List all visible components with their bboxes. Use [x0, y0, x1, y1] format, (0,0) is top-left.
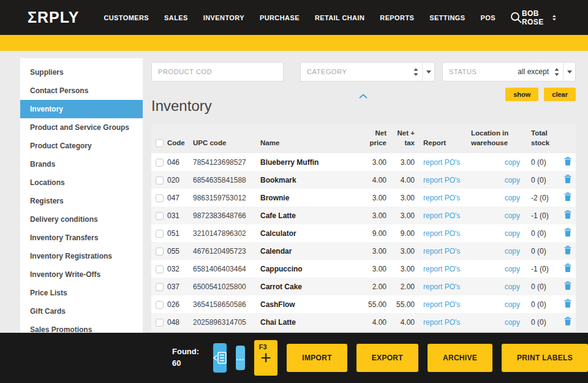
status-stepper-icon[interactable] — [554, 68, 559, 76]
copy-link[interactable]: copy — [505, 194, 520, 202]
header-net-price[interactable]: Net price — [358, 129, 389, 148]
sidebar-item[interactable]: Price Lists — [20, 284, 143, 302]
cell-name[interactable]: Calendar — [260, 247, 358, 256]
copy-link[interactable]: copy — [505, 318, 520, 327]
archive-button[interactable]: ARCHIVE — [428, 344, 492, 372]
row-checkbox[interactable] — [156, 301, 164, 309]
nav-item[interactable]: SETTINGS — [429, 14, 465, 21]
sidebar-item[interactable]: Inventory Registrations — [20, 247, 143, 265]
cell-name[interactable]: Blueberry Muffin — [260, 158, 358, 167]
pos-link[interactable]: PO's — [445, 194, 461, 202]
header-code[interactable]: Code — [167, 138, 193, 148]
copy-link[interactable]: copy — [505, 247, 520, 256]
toggle-sidebar-button[interactable] — [213, 343, 227, 373]
cell-name[interactable]: Brownie — [260, 194, 358, 202]
report-link[interactable]: report — [423, 265, 442, 273]
row-checkbox[interactable] — [156, 319, 164, 327]
row-checkbox[interactable] — [156, 283, 164, 291]
report-link[interactable]: report — [423, 229, 442, 238]
cell-name[interactable]: Bookmark — [260, 176, 358, 184]
sidebar-item[interactable]: Product and Service Groups — [20, 118, 143, 137]
status-select[interactable]: STATUS all except — [442, 62, 576, 82]
nav-item[interactable]: CUSTOMERS — [104, 14, 149, 21]
export-button[interactable]: EXPORT — [356, 344, 418, 372]
pos-link[interactable]: PO's — [445, 211, 461, 220]
row-checkbox[interactable] — [156, 230, 164, 238]
nav-item[interactable]: INVENTORY — [203, 14, 244, 21]
more-actions-button[interactable]: ... — [236, 346, 245, 370]
cell-name[interactable]: Carrot Cake — [260, 283, 358, 291]
collapse-filters-icon[interactable] — [359, 90, 368, 101]
pos-link[interactable]: PO's — [445, 158, 461, 167]
pos-link[interactable]: PO's — [445, 283, 461, 291]
sidebar-item[interactable]: Inventory — [20, 100, 143, 118]
pos-link[interactable]: PO's — [445, 265, 461, 273]
delete-icon[interactable] — [564, 175, 571, 183]
sidebar-item[interactable]: Brands — [20, 155, 143, 173]
delete-icon[interactable] — [564, 246, 571, 254]
report-link[interactable]: report — [423, 176, 442, 184]
delete-icon[interactable] — [564, 299, 571, 308]
delete-icon[interactable] — [564, 281, 571, 290]
header-upc[interactable]: UPC code — [193, 138, 260, 148]
copy-link[interactable]: copy — [505, 211, 520, 220]
erply-logo[interactable]: ΣRPLY — [28, 9, 79, 26]
delete-icon[interactable] — [564, 264, 571, 272]
category-dropdown-caret-icon[interactable] — [422, 63, 434, 81]
delete-icon[interactable] — [564, 210, 571, 219]
row-checkbox[interactable] — [156, 194, 164, 202]
sidebar-item[interactable]: Registers — [20, 192, 143, 210]
delete-icon[interactable] — [564, 192, 571, 201]
row-checkbox[interactable] — [156, 265, 164, 273]
sidebar-item[interactable]: Inventory Write-Offs — [20, 265, 143, 284]
nav-item[interactable]: POS — [480, 14, 495, 21]
header-name[interactable]: Name — [260, 138, 358, 148]
copy-link[interactable]: copy — [505, 158, 520, 167]
cell-name[interactable]: CashFlow — [260, 300, 358, 309]
select-all-checkbox[interactable] — [156, 139, 164, 147]
status-dropdown-caret-icon[interactable] — [563, 63, 575, 81]
cell-name[interactable]: Cafe Latte — [260, 211, 358, 220]
cell-name[interactable]: Calculator — [260, 229, 358, 238]
cell-name[interactable]: Chai Latte — [260, 318, 358, 327]
report-link[interactable]: report — [423, 300, 442, 309]
delete-icon[interactable] — [564, 228, 571, 237]
row-checkbox[interactable] — [156, 212, 164, 220]
pos-link[interactable]: PO's — [445, 300, 461, 309]
report-link[interactable]: report — [423, 158, 442, 167]
nav-item[interactable]: REPORTS — [380, 14, 414, 21]
report-link[interactable]: report — [423, 211, 442, 220]
pos-link[interactable]: PO's — [445, 318, 461, 327]
copy-link[interactable]: copy — [505, 283, 520, 291]
row-checkbox[interactable] — [156, 159, 164, 167]
add-product-button[interactable]: F3 + — [254, 340, 278, 376]
delete-icon[interactable] — [564, 157, 571, 165]
product-code-input[interactable] — [151, 62, 284, 82]
report-link[interactable]: report — [423, 283, 442, 291]
sidebar-item[interactable]: Contact Persons — [20, 82, 143, 100]
report-link[interactable]: report — [423, 194, 442, 202]
copy-link[interactable]: copy — [505, 265, 520, 273]
pos-link[interactable]: PO's — [445, 229, 461, 238]
pos-link[interactable]: PO's — [445, 247, 461, 256]
row-checkbox[interactable] — [156, 248, 164, 256]
clear-button[interactable]: clear — [544, 88, 576, 101]
cell-name[interactable]: Cappuccino — [260, 265, 358, 273]
nav-item[interactable]: PURCHASE — [260, 14, 300, 21]
sidebar-item[interactable]: Product Category — [20, 137, 143, 155]
user-menu[interactable]: BOB ROSE — [522, 9, 556, 26]
nav-item[interactable]: RETAIL CHAIN — [315, 14, 364, 21]
report-link[interactable]: report — [423, 318, 442, 327]
nav-item[interactable]: SALES — [164, 14, 188, 21]
sidebar-item[interactable]: Suppliers — [20, 63, 143, 82]
copy-link[interactable]: copy — [505, 176, 520, 184]
sidebar-item[interactable]: Inventory Transfers — [20, 229, 143, 247]
report-link[interactable]: report — [423, 247, 442, 256]
copy-link[interactable]: copy — [505, 300, 520, 309]
pos-link[interactable]: PO's — [445, 176, 461, 184]
copy-link[interactable]: copy — [505, 229, 520, 238]
search-icon[interactable] — [510, 12, 522, 23]
delete-icon[interactable] — [564, 317, 571, 325]
sidebar-item[interactable]: Delivery conditions — [20, 210, 143, 229]
show-button[interactable]: show — [505, 88, 538, 101]
